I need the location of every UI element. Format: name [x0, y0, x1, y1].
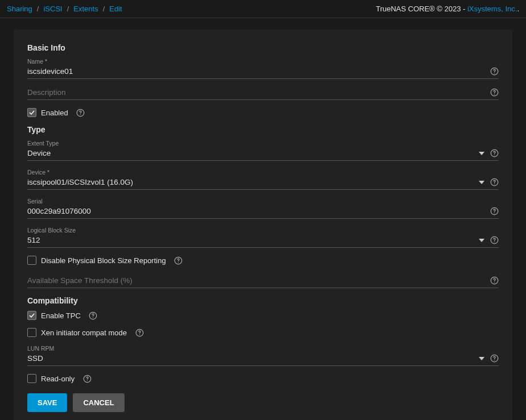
breadcrumb-sharing[interactable]: Sharing: [7, 5, 32, 13]
enable-tpc-row: Enable TPC: [27, 311, 499, 320]
readonly-label: Read-only: [41, 375, 74, 383]
help-icon[interactable]: [490, 276, 499, 285]
breadcrumb-sep: /: [103, 5, 105, 13]
save-button[interactable]: SAVE: [27, 393, 67, 412]
help-icon[interactable]: [490, 149, 499, 158]
serial-input[interactable]: [27, 206, 486, 217]
name-field: Name *: [27, 58, 499, 79]
help-icon[interactable]: [135, 328, 144, 337]
name-label: Name *: [27, 58, 499, 65]
xen-compat-checkbox[interactable]: [27, 328, 36, 337]
readonly-checkbox[interactable]: [27, 374, 36, 383]
copyright: TrueNAS CORE® © 2023 - iXsystems, Inc..: [376, 5, 519, 13]
description-input[interactable]: [27, 87, 486, 98]
threshold-field: [27, 275, 499, 288]
topbar: Sharing / iSCSI / Extents / Edit TrueNAS…: [0, 0, 526, 18]
breadcrumb-edit[interactable]: Edit: [109, 5, 122, 13]
breadcrumb-iscsi[interactable]: iSCSI: [43, 5, 62, 13]
help-icon[interactable]: [490, 236, 499, 245]
device-field: Device * iscsipool01/iSCSIzvol1 (16.0G): [27, 169, 499, 190]
device-label: Device *: [27, 169, 499, 176]
help-icon[interactable]: [490, 67, 499, 76]
caret-down-icon: [478, 179, 485, 186]
device-select[interactable]: iscsipool01/iSCSIzvol1 (16.0G): [27, 177, 499, 190]
help-icon[interactable]: [89, 311, 98, 320]
help-icon[interactable]: [76, 108, 85, 117]
extent-type-field: Extent Type Device: [27, 140, 499, 161]
form-buttons: SAVE CANCEL: [27, 393, 499, 412]
serial-field: Serial: [27, 198, 499, 219]
extent-type-select[interactable]: Device: [27, 148, 499, 161]
description-field: [27, 87, 499, 100]
caret-down-icon: [478, 150, 485, 157]
help-icon[interactable]: [174, 256, 183, 265]
breadcrumb-extents[interactable]: Extents: [73, 5, 98, 13]
enabled-label: Enabled: [41, 109, 68, 117]
cancel-button[interactable]: CANCEL: [73, 393, 124, 412]
disable-pbs-label: Disable Physical Block Size Reporting: [41, 256, 166, 265]
disable-pbs-checkbox[interactable]: [27, 256, 36, 265]
section-basic-info: Basic Info: [27, 43, 499, 52]
caret-down-icon: [478, 237, 485, 244]
threshold-input[interactable]: [27, 275, 486, 286]
breadcrumb-sep: /: [67, 5, 69, 13]
ixsystems-link[interactable]: iXsystems, Inc.: [467, 5, 517, 13]
enabled-checkbox[interactable]: [27, 108, 36, 117]
section-type: Type: [27, 125, 499, 134]
help-icon[interactable]: [490, 178, 499, 187]
enabled-row: Enabled: [27, 108, 499, 117]
lbs-select[interactable]: 512: [27, 235, 499, 248]
logical-block-size-field: Logical Block Size 512: [27, 227, 499, 248]
xen-compat-label: Xen initiator compat mode: [41, 328, 127, 337]
help-icon[interactable]: [82, 374, 92, 383]
xen-compat-row: Xen initiator compat mode: [27, 328, 499, 337]
help-icon[interactable]: [490, 207, 499, 216]
extent-type-label: Extent Type: [27, 140, 499, 147]
lun-rpm-label: LUN RPM: [27, 345, 499, 352]
readonly-row: Read-only: [27, 374, 499, 383]
lun-rpm-select[interactable]: SSD: [27, 353, 499, 366]
help-icon[interactable]: [490, 354, 499, 363]
caret-down-icon: [478, 355, 485, 362]
breadcrumbs: Sharing / iSCSI / Extents / Edit: [7, 5, 122, 13]
lbs-label: Logical Block Size: [27, 227, 499, 234]
copyright-text: TrueNAS CORE® © 2023 -: [376, 5, 467, 13]
lun-rpm-field: LUN RPM SSD: [27, 345, 499, 366]
disable-pbs-row: Disable Physical Block Size Reporting: [27, 256, 499, 265]
help-icon[interactable]: [490, 88, 499, 97]
breadcrumb-sep: /: [37, 5, 39, 13]
enable-tpc-checkbox[interactable]: [27, 311, 36, 320]
section-compatibility: Compatibility: [27, 296, 499, 305]
serial-label: Serial: [27, 198, 499, 205]
edit-extent-form: Basic Info Name * Enabled Type Extent Ty…: [14, 30, 512, 420]
name-input[interactable]: [27, 66, 486, 77]
enable-tpc-label: Enable TPC: [41, 311, 81, 320]
